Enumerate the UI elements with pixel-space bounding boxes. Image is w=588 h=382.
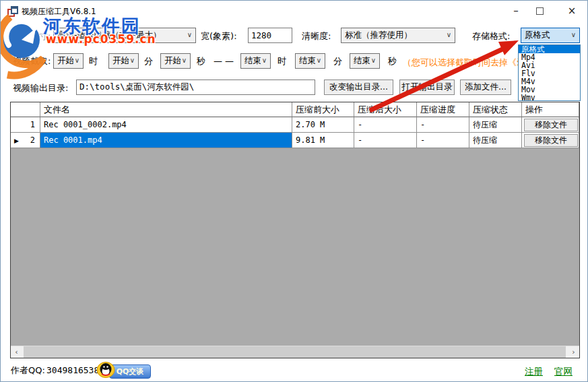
second-unit-label: 秒 (197, 56, 205, 67)
website-link[interactable]: 官网 (554, 366, 573, 378)
end-second-value: 结束 (354, 55, 370, 67)
clarity-value: 标准（推荐使用） (345, 30, 412, 41)
row-header[interactable]: 1 (11, 117, 40, 133)
app-window: 视频压缩工具V6.8.1 – × 河东软件园 www.pc0359.cn 控制尺… (0, 0, 588, 382)
width-input[interactable] (248, 28, 292, 43)
watermark-logo (1, 10, 48, 86)
minimize-button[interactable]: – (502, 1, 529, 20)
format-dropdown-list: 原格式 Mp4 Avi Flv M4v Mov Wmv (518, 44, 581, 101)
minute-unit-label: 分 (333, 56, 342, 67)
start-hour-value: 开始 (57, 55, 74, 67)
col-header-progress[interactable]: 压缩进度 (417, 102, 469, 117)
chevron-down-icon: ∨ (262, 57, 267, 64)
current-row-icon: ▶ (14, 137, 19, 144)
hour-unit-label: 时 (277, 56, 286, 67)
minute-unit-label: 分 (144, 56, 153, 67)
cell-progress: - (417, 117, 469, 133)
col-header-size-after[interactable]: 压缩后大小 (354, 102, 417, 117)
clarity-label: 清晰度: (302, 31, 331, 42)
width-label: 宽(象素): (201, 31, 237, 42)
cell-status: 待压缩 (469, 133, 522, 148)
col-header-filename[interactable]: 文件名 (40, 102, 292, 117)
cell-progress: - (417, 133, 469, 148)
hour-unit-label: 时 (89, 56, 98, 67)
cell-size-before: 9.81 M (292, 133, 354, 148)
maximize-icon (536, 7, 544, 15)
start-second-value: 开始 (164, 55, 181, 67)
start-minute-value: 开始 (112, 55, 129, 67)
watermark-url: www.pc0359.cn (46, 32, 156, 46)
maximize-button[interactable] (526, 1, 553, 20)
cell-status: 待压缩 (469, 117, 522, 133)
start-second-select[interactable]: 开始 ∨ (160, 53, 191, 69)
chevron-down-icon: ∨ (75, 57, 79, 64)
horizontal-scrollbar[interactable]: ‹ › (11, 346, 579, 358)
col-header-status[interactable]: 压缩状态 (469, 102, 522, 117)
author-qq-number: 3049816538 (46, 365, 99, 376)
second-unit-label: 秒 (388, 56, 397, 67)
scroll-right-icon[interactable]: › (568, 346, 579, 358)
close-button[interactable]: × (558, 1, 585, 20)
cell-filename[interactable]: Rec 0001.mp4 (40, 133, 292, 148)
chevron-down-icon: ∨ (447, 31, 451, 38)
format-select[interactable]: 原格式 ∨ (521, 28, 580, 43)
author-label: 作者QQ: (11, 365, 45, 376)
row-header-corner (11, 102, 40, 117)
col-header-action[interactable]: 操作 (522, 102, 579, 117)
cell-size-before: 2.70 M (292, 117, 354, 133)
clarity-select[interactable]: 标准（推荐使用） ∨ (341, 28, 455, 43)
col-header-size-before[interactable]: 压缩前大小 (292, 102, 354, 117)
qq-chat-button[interactable]: QQ交谈 (109, 364, 151, 379)
end-minute-value: 结束 (299, 55, 316, 67)
end-second-select[interactable]: 结束 ∨ (350, 53, 380, 69)
qq-penguin-icon (96, 361, 115, 378)
end-hour-select[interactable]: 结束 ∨ (240, 53, 271, 69)
dropdown-option[interactable]: Wmv (519, 94, 580, 102)
chevron-down-icon: ∨ (130, 57, 135, 64)
chevron-down-icon: ∨ (371, 57, 376, 64)
chevron-down-icon: ∨ (317, 57, 321, 64)
start-minute-select[interactable]: 开始 ∨ (108, 53, 139, 69)
change-output-dir-button[interactable]: 改变输出目录... (324, 79, 393, 95)
chevron-down-icon: ∨ (182, 57, 187, 64)
open-output-dir-button[interactable]: 打开输出目录 (399, 79, 455, 95)
chevron-down-icon: ∨ (571, 31, 576, 38)
end-hour-value: 结束 (244, 55, 261, 67)
cell-filename[interactable]: Rec 0001_0002.mp4 (40, 117, 292, 133)
format-value: 原格式 (525, 30, 550, 41)
cell-size-after: - (354, 117, 417, 133)
cell-size-after: - (354, 133, 417, 148)
format-label: 存储格式: (472, 31, 510, 42)
remove-file-button[interactable]: 移除文件 (524, 119, 578, 131)
end-minute-select[interactable]: 结束 ∨ (295, 53, 325, 69)
remove-file-button[interactable]: 移除文件 (524, 134, 578, 147)
start-hour-select[interactable]: 开始 ∨ (53, 53, 84, 69)
output-dir-input[interactable] (76, 79, 315, 95)
chevron-down-icon: ∨ (187, 31, 192, 38)
file-table: 文件名 压缩前大小 压缩后大小 压缩进度 压缩状态 操作 1 Rec 0001_… (10, 102, 580, 358)
add-file-button[interactable]: 添加文件... (460, 79, 511, 95)
scrollbar-thumb[interactable] (24, 346, 566, 358)
capture-hint-text: （您可以选择截取时间去掉《爱剪 (403, 57, 534, 69)
scroll-left-icon[interactable]: ‹ (11, 346, 22, 358)
range-separator: —— (214, 56, 236, 67)
register-link[interactable]: 注册 (525, 366, 543, 378)
